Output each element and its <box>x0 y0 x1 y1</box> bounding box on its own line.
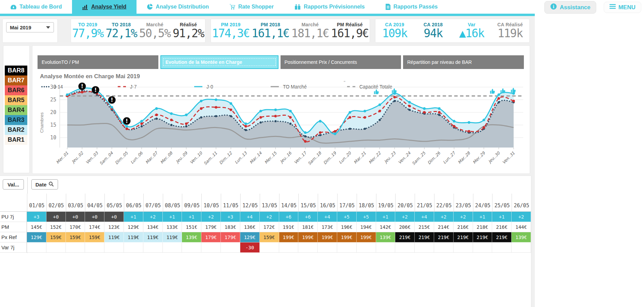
table-cell-px-ref-25-05[interactable]: 219€ <box>492 232 512 242</box>
table-cell-pm-22-05[interactable]: 214€ <box>434 222 454 232</box>
table-cell-pu-7j-11-05[interactable]: +3 <box>221 212 240 222</box>
nav-tab-analyse-distribution[interactable]: Analyse Distribution <box>137 0 219 14</box>
assistance-button[interactable]: i Assistance <box>544 1 596 14</box>
table-date-header-26-05[interactable]: 26/05 <box>512 194 531 212</box>
bar-level-bar6[interactable]: BAR6 <box>5 85 27 95</box>
chart-tab-evolutionto-pm[interactable]: EvolutionTO / PM <box>38 55 158 69</box>
table-cell-var-7j-08-05[interactable] <box>163 242 182 253</box>
table-cell-px-ref-14-05[interactable]: 199€ <box>279 232 299 242</box>
menu-button[interactable]: MENU <box>604 2 641 13</box>
table-cell-var-7j-09-05[interactable] <box>182 242 201 253</box>
table-cell-var-7j-24-05[interactable] <box>473 242 492 253</box>
table-cell-pu-7j-20-05[interactable]: +2 <box>395 212 415 222</box>
table-cell-px-ref-24-05[interactable]: 219€ <box>473 232 492 242</box>
table-cell-pu-7j-01-05[interactable]: +3 <box>27 212 46 222</box>
table-cell-px-ref-20-05[interactable]: 219€ <box>395 232 415 242</box>
table-date-header-10-05[interactable]: 10/05 <box>201 194 221 212</box>
table-cell-var-7j-14-05[interactable] <box>279 242 299 253</box>
table-cell-pm-16-05[interactable]: 173€ <box>318 222 337 232</box>
table-cell-pu-7j-16-05[interactable]: +4 <box>318 212 337 222</box>
table-cell-px-ref-12-05[interactable]: 129€ <box>240 232 260 242</box>
table-cell-pu-7j-06-05[interactable]: +1 <box>124 212 143 222</box>
table-date-header-13-05[interactable]: 13/05 <box>260 194 279 212</box>
table-date-header-11-05[interactable]: 11/05 <box>221 194 240 212</box>
table-cell-px-ref-16-05[interactable]: 199€ <box>318 232 337 242</box>
table-cell-px-ref-26-05[interactable]: 139€ <box>512 232 531 242</box>
table-cell-pu-7j-23-05[interactable]: +2 <box>454 212 473 222</box>
table-cell-pm-05-05[interactable]: 123€ <box>104 222 124 232</box>
table-cell-pu-7j-26-05[interactable]: +2 <box>512 212 531 222</box>
table-cell-pm-04-05[interactable]: 174€ <box>85 222 104 232</box>
table-cell-pu-7j-03-05[interactable]: +0 <box>66 212 85 222</box>
table-cell-pu-7j-14-05[interactable]: +6 <box>279 212 299 222</box>
table-date-header-24-05[interactable]: 24/05 <box>473 194 492 212</box>
table-cell-px-ref-23-05[interactable]: 219€ <box>454 232 473 242</box>
table-cell-var-7j-11-05[interactable] <box>221 242 240 253</box>
bar-level-bar2[interactable]: BAR2 <box>5 125 27 135</box>
table-cell-pm-08-05[interactable]: 133€ <box>163 222 182 232</box>
table-date-header-12-05[interactable]: 12/05 <box>240 194 260 212</box>
table-date-header-02-05[interactable]: 02/05 <box>46 194 66 212</box>
table-date-header-25-05[interactable]: 25/05 <box>492 194 512 212</box>
table-cell-pu-7j-10-05[interactable]: +2 <box>201 212 221 222</box>
table-date-header-03-05[interactable]: 03/05 <box>66 194 85 212</box>
table-date-header-15-05[interactable]: 15/05 <box>298 194 318 212</box>
table-cell-pu-7j-21-05[interactable]: +4 <box>415 212 434 222</box>
nav-tab-rapports-pr-visionnels[interactable]: Rapports Prévisionnels <box>284 0 375 14</box>
table-cell-px-ref-10-05[interactable]: 179€ <box>201 232 221 242</box>
table-cell-var-7j-07-05[interactable] <box>143 242 163 253</box>
table-cell-px-ref-08-05[interactable]: 119€ <box>163 232 182 242</box>
table-cell-px-ref-11-05[interactable]: 179€ <box>221 232 240 242</box>
table-cell-px-ref-07-05[interactable]: 119€ <box>143 232 163 242</box>
table-cell-pm-11-05[interactable]: 183€ <box>221 222 240 232</box>
table-date-header-05-05[interactable]: 05/05 <box>104 194 124 212</box>
table-cell-px-ref-01-05[interactable]: 129€ <box>27 232 46 242</box>
table-cell-pu-7j-22-05[interactable]: +2 <box>434 212 454 222</box>
table-cell-var-7j-26-05[interactable] <box>512 242 531 253</box>
table-cell-px-ref-15-05[interactable]: 199€ <box>298 232 318 242</box>
chart-tab-r-partition-par-niveau-de-bar[interactable]: Répartition par niveau de BAR <box>403 55 524 69</box>
table-cell-px-ref-13-05[interactable]: 159€ <box>260 232 279 242</box>
table-cell-pm-15-05[interactable]: 181€ <box>298 222 318 232</box>
table-cell-pm-18-05[interactable]: 194€ <box>357 222 376 232</box>
table-cell-pm-20-05[interactable]: 206€ <box>395 222 415 232</box>
table-cell-pm-17-05[interactable]: 196€ <box>337 222 357 232</box>
nav-tab-tableau-de-bord[interactable]: Tableau de Bord <box>0 0 72 14</box>
table-cell-var-7j-19-05[interactable] <box>376 242 396 253</box>
table-date-header-01-05[interactable]: 01/05 <box>27 194 46 212</box>
table-cell-px-ref-21-05[interactable]: 219€ <box>415 232 434 242</box>
table-cell-var-7j-17-05[interactable] <box>337 242 357 253</box>
table-cell-pm-02-05[interactable]: 152€ <box>46 222 66 232</box>
table-cell-pu-7j-18-05[interactable]: +5 <box>357 212 376 222</box>
nav-tab-rate-shopper[interactable]: Rate Shopper <box>219 0 284 14</box>
table-date-header-16-05[interactable]: 16/05 <box>318 194 337 212</box>
table-cell-px-ref-02-05[interactable]: 159€ <box>46 232 66 242</box>
table-cell-px-ref-04-05[interactable]: 159€ <box>85 232 104 242</box>
bar-level-bar4[interactable]: BAR4 <box>5 105 27 115</box>
table-cell-var-7j-16-05[interactable] <box>318 242 337 253</box>
table-cell-pm-21-05[interactable]: 215€ <box>415 222 434 232</box>
table-date-header-09-05[interactable]: 09/05 <box>182 194 201 212</box>
table-cell-px-ref-22-05[interactable]: 219€ <box>434 232 454 242</box>
table-cell-var-7j-02-05[interactable] <box>46 242 66 253</box>
val-filter-button[interactable]: Val... <box>3 179 24 190</box>
table-cell-pu-7j-12-05[interactable]: +4 <box>240 212 260 222</box>
table-cell-pm-12-05[interactable]: 136€ <box>240 222 260 232</box>
table-cell-pm-26-05[interactable]: 144€ <box>512 222 531 232</box>
table-cell-pu-7j-05-05[interactable]: +0 <box>104 212 124 222</box>
search-icon[interactable] <box>48 181 54 188</box>
table-cell-pm-23-05[interactable]: 216€ <box>454 222 473 232</box>
table-cell-pu-7j-25-05[interactable]: +1 <box>492 212 512 222</box>
table-cell-var-7j-18-05[interactable] <box>357 242 376 253</box>
table-cell-px-ref-17-05[interactable]: 199€ <box>337 232 357 242</box>
table-cell-px-ref-18-05[interactable]: 199€ <box>357 232 376 242</box>
table-cell-pm-24-05[interactable]: 218€ <box>473 222 492 232</box>
table-cell-pu-7j-04-05[interactable]: +0 <box>85 212 104 222</box>
table-cell-var-7j-22-05[interactable] <box>434 242 454 253</box>
table-cell-pu-7j-08-05[interactable]: +1 <box>163 212 182 222</box>
table-cell-var-7j-06-05[interactable] <box>124 242 143 253</box>
table-cell-pu-7j-15-05[interactable]: +6 <box>298 212 318 222</box>
table-date-header-18-05[interactable]: 18/05 <box>357 194 376 212</box>
table-date-header-14-05[interactable]: 14/05 <box>279 194 299 212</box>
table-cell-px-ref-05-05[interactable]: 119€ <box>104 232 124 242</box>
